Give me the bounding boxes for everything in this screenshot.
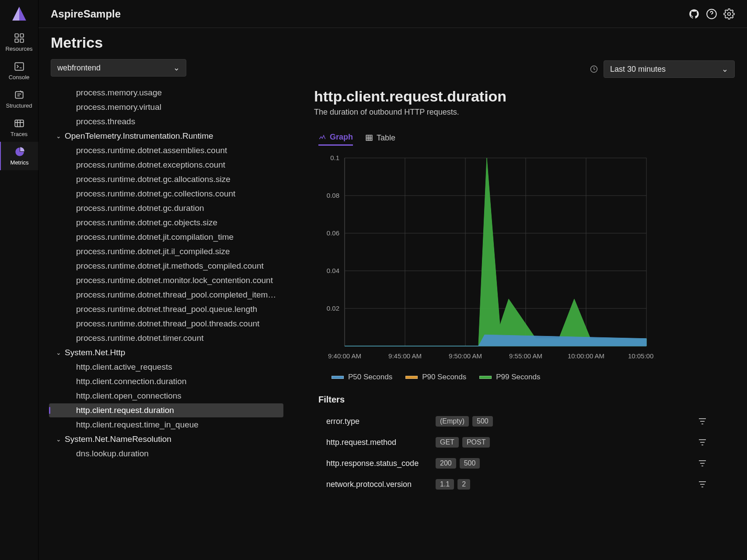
- resource-select[interactable]: webfrontend ⌄: [51, 59, 186, 77]
- filter-row: http.response.status_code200500: [314, 453, 730, 474]
- chevron-down-icon: ⌄: [722, 64, 728, 74]
- tree-leaf[interactable]: http.client.connection.duration: [49, 374, 283, 388]
- svg-text:10:05:00 AM: 10:05:00 AM: [628, 352, 655, 360]
- tree-leaf[interactable]: process.memory.virtual: [49, 100, 283, 114]
- svg-text:9:50:00 AM: 9:50:00 AM: [449, 352, 482, 360]
- app-logo: [10, 5, 28, 24]
- tree-group-header[interactable]: ⌄OpenTelemetry.Instrumentation.Runtime: [47, 129, 292, 143]
- tree-leaf[interactable]: process.runtime.dotnet.thread_pool.threa…: [49, 317, 283, 331]
- tree-leaf[interactable]: process.runtime.dotnet.jit.methods_compi…: [49, 259, 283, 273]
- filter-icon[interactable]: [697, 437, 708, 448]
- metric-title: http.client.request.duration: [314, 88, 730, 105]
- app-title: AspireSample: [51, 8, 121, 20]
- time-range-select[interactable]: Last 30 minutes ⌄: [604, 60, 735, 78]
- page-title: Metrics: [51, 34, 103, 51]
- filter-name: network.protocol.version: [326, 480, 427, 489]
- filter-icon[interactable]: [697, 458, 708, 469]
- tree-leaf[interactable]: process.runtime.dotnet.jit.compilation_t…: [49, 230, 283, 244]
- svg-text:9:55:00 AM: 9:55:00 AM: [509, 352, 542, 360]
- view-tabs: Graph Table: [318, 133, 730, 146]
- filters-heading: Filters: [318, 395, 730, 405]
- filter-badge[interactable]: (Empty): [436, 416, 469, 427]
- tree-leaf[interactable]: http.client.request.duration: [49, 403, 283, 417]
- svg-rect-6: [15, 120, 24, 126]
- metrics-tree[interactable]: process.memory.usageprocess.memory.virtu…: [47, 84, 292, 560]
- filter-values: 200500: [436, 458, 688, 469]
- svg-rect-2: [15, 39, 18, 42]
- tree-leaf[interactable]: process.runtime.dotnet.gc.allocations.si…: [49, 172, 283, 186]
- tree-leaf[interactable]: http.client.active_requests: [49, 360, 283, 374]
- svg-text:0.02: 0.02: [327, 304, 339, 312]
- filter-badge[interactable]: GET: [436, 437, 459, 448]
- tab-graph[interactable]: Graph: [318, 133, 353, 146]
- metric-detail: http.client.request.duration The duratio…: [292, 84, 747, 560]
- filter-values: (Empty)500: [436, 416, 688, 427]
- nav-metrics-label: Metrics: [10, 159, 29, 166]
- tree-leaf[interactable]: process.runtime.dotnet.thread_pool.compl…: [49, 288, 283, 302]
- tree-leaf[interactable]: process.runtime.dotnet.monitor.lock_cont…: [49, 273, 283, 287]
- nav-console-label: Console: [9, 74, 30, 80]
- nav-traces[interactable]: Traces: [0, 113, 38, 142]
- tree-leaf[interactable]: dns.lookup.duration: [49, 447, 283, 461]
- legend-item[interactable]: P90 Seconds: [405, 373, 466, 382]
- filter-badge[interactable]: 500: [472, 416, 493, 427]
- nav-structured[interactable]: Structured: [0, 85, 38, 113]
- tree-leaf[interactable]: process.memory.usage: [49, 86, 283, 100]
- nav-structured-label: Structured: [6, 102, 32, 109]
- nav-resources[interactable]: Resources: [0, 28, 38, 56]
- filter-badge[interactable]: 1.1: [436, 479, 454, 490]
- filter-icon[interactable]: [697, 416, 708, 427]
- svg-rect-10: [366, 135, 372, 140]
- tab-table[interactable]: Table: [365, 133, 395, 146]
- svg-rect-0: [15, 34, 18, 37]
- tree-leaf[interactable]: process.runtime.dotnet.jit.il_compiled.s…: [49, 245, 283, 259]
- svg-text:0.08: 0.08: [327, 192, 339, 199]
- filter-values: GETPOST: [436, 437, 688, 448]
- tree-leaf[interactable]: process.runtime.dotnet.assemblies.count: [49, 144, 283, 158]
- metrics-chart: 0.020.040.060.080.19:40:00 AM9:45:00 AM9…: [314, 154, 655, 364]
- tree-leaf[interactable]: process.runtime.dotnet.exceptions.count: [49, 158, 283, 172]
- tree-leaf[interactable]: process.runtime.dotnet.gc.collections.co…: [49, 187, 283, 201]
- tree-leaf[interactable]: http.client.open_connections: [49, 389, 283, 403]
- topbar: AspireSample: [38, 0, 747, 28]
- nav-console[interactable]: Console: [0, 56, 38, 85]
- chevron-down-icon: ⌄: [173, 63, 180, 73]
- filter-badge[interactable]: 200: [436, 458, 456, 469]
- tree-leaf[interactable]: process.runtime.dotnet.gc.duration: [49, 201, 283, 215]
- legend-item[interactable]: P50 Seconds: [332, 373, 392, 382]
- filter-name: http.response.status_code: [326, 459, 427, 468]
- tree-leaf[interactable]: process.runtime.dotnet.thread_pool.queue…: [49, 302, 283, 316]
- chevron-down-icon: ⌄: [56, 133, 61, 140]
- nav-traces-label: Traces: [10, 131, 28, 137]
- chart-legend: P50 SecondsP90 SecondsP99 Seconds: [314, 373, 730, 382]
- nav-rail: Resources Console Structured Traces Metr…: [0, 0, 38, 560]
- chevron-down-icon: ⌄: [56, 436, 61, 443]
- tree-leaf[interactable]: http.client.request.time_in_queue: [49, 418, 283, 432]
- svg-text:9:40:00 AM: 9:40:00 AM: [328, 352, 361, 360]
- settings-icon[interactable]: [723, 8, 735, 20]
- filter-list: error.type(Empty)500http.request.methodG…: [314, 411, 730, 495]
- filter-row: http.request.methodGETPOST: [314, 432, 730, 453]
- nav-resources-label: Resources: [5, 46, 32, 52]
- filter-badge[interactable]: POST: [462, 437, 490, 448]
- nav-metrics[interactable]: Metrics: [0, 142, 38, 170]
- chart-container: 0.020.040.060.080.19:40:00 AM9:45:00 AM9…: [314, 154, 730, 382]
- tree-leaf[interactable]: process.threads: [49, 115, 283, 129]
- filter-name: http.request.method: [326, 438, 427, 447]
- help-icon[interactable]: [706, 8, 717, 20]
- tree-leaf[interactable]: process.runtime.dotnet.gc.objects.size: [49, 216, 283, 230]
- legend-item[interactable]: P99 Seconds: [479, 373, 540, 382]
- tree-group-header[interactable]: ⌄System.Net.NameResolution: [47, 432, 292, 446]
- svg-rect-1: [20, 34, 24, 37]
- filter-icon[interactable]: [697, 479, 708, 490]
- clock-icon: [590, 65, 598, 74]
- svg-text:0.1: 0.1: [330, 154, 339, 161]
- filter-name: error.type: [326, 417, 427, 426]
- filter-badge[interactable]: 500: [460, 458, 480, 469]
- filter-badge[interactable]: 2: [457, 479, 470, 490]
- svg-text:10:00:00 AM: 10:00:00 AM: [568, 352, 604, 360]
- filter-values: 1.12: [436, 479, 688, 490]
- github-icon[interactable]: [688, 8, 700, 20]
- tree-leaf[interactable]: process.runtime.dotnet.timer.count: [49, 331, 283, 345]
- tree-group-header[interactable]: ⌄System.Net.Http: [47, 346, 292, 360]
